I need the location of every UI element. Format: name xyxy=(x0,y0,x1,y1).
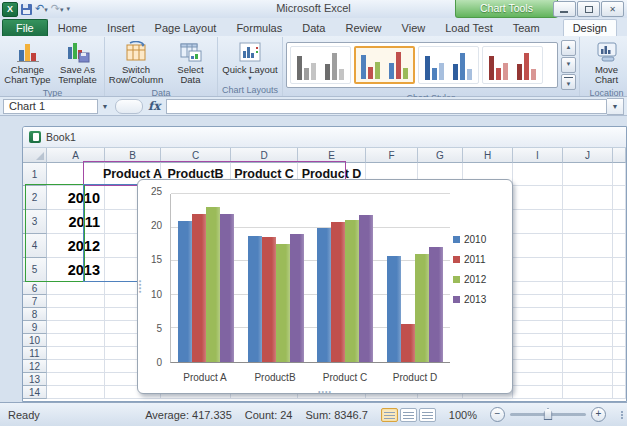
cell[interactable]: 2012 xyxy=(47,234,105,258)
tab-view[interactable]: View xyxy=(392,19,436,36)
formula-bar-expand-icon[interactable]: ▼ xyxy=(607,98,624,115)
cell[interactable] xyxy=(613,334,626,347)
legend-item-2013[interactable]: 2013 xyxy=(453,294,509,305)
cell[interactable] xyxy=(613,386,626,399)
cell[interactable] xyxy=(563,373,613,386)
page-break-view-icon[interactable] xyxy=(419,408,436,422)
cell[interactable] xyxy=(563,258,613,282)
restore-button[interactable] xyxy=(577,1,600,17)
name-box[interactable]: Chart 1 xyxy=(3,99,98,114)
row-header[interactable]: 9 xyxy=(23,321,47,334)
cell[interactable]: 2010 xyxy=(47,186,105,210)
row-header[interactable]: 3 xyxy=(23,210,47,234)
chart-resize-handle-bottom[interactable]: •••• xyxy=(318,390,332,394)
cell[interactable] xyxy=(613,308,626,321)
cell[interactable] xyxy=(47,282,105,295)
tab-page-layout[interactable]: Page Layout xyxy=(145,19,227,36)
cell[interactable] xyxy=(613,360,626,373)
row-header[interactable]: 14 xyxy=(23,386,47,399)
column-header[interactable]: A xyxy=(47,148,105,163)
bar-2011[interactable] xyxy=(192,214,206,362)
chart-plot-area[interactable] xyxy=(170,194,450,363)
column-header[interactable]: B xyxy=(105,148,161,163)
select-all-corner[interactable] xyxy=(23,148,47,163)
cell[interactable] xyxy=(613,163,626,186)
row-header[interactable]: 4 xyxy=(23,234,47,258)
cell[interactable] xyxy=(613,373,626,386)
row-header[interactable]: 7 xyxy=(23,295,47,308)
cell[interactable] xyxy=(563,334,613,347)
cell[interactable] xyxy=(613,282,626,295)
chart-resize-handle-left[interactable]: •••• xyxy=(138,280,142,294)
bar-2012[interactable] xyxy=(415,254,429,362)
cell[interactable] xyxy=(47,386,105,399)
cell[interactable] xyxy=(513,210,563,234)
cell[interactable] xyxy=(563,186,613,210)
cell[interactable] xyxy=(563,234,613,258)
column-header[interactable]: E xyxy=(298,148,366,163)
column-header[interactable]: C xyxy=(161,148,231,163)
move-chart-button[interactable]: Move Chart xyxy=(582,38,627,87)
page-layout-view-icon[interactable] xyxy=(400,408,417,422)
cell[interactable]: 2011 xyxy=(47,210,105,234)
cell[interactable] xyxy=(513,386,563,399)
gallery-scroll-down-icon[interactable]: ▼ xyxy=(561,57,576,73)
cell[interactable]: 2013 xyxy=(47,258,105,282)
cell[interactable] xyxy=(563,295,613,308)
tab-team[interactable]: Team xyxy=(503,19,550,36)
select-data-button[interactable]: Select Data xyxy=(166,38,215,87)
cell[interactable] xyxy=(513,334,563,347)
bar-2010[interactable] xyxy=(387,256,401,362)
chart-legend[interactable]: 2010201120122013 xyxy=(453,234,509,305)
row-header[interactable]: 5 xyxy=(23,258,47,282)
gallery-scroll-up-icon[interactable]: ▲ xyxy=(561,40,576,56)
zoom-slider-handle[interactable] xyxy=(544,408,553,420)
tab-design[interactable]: Design xyxy=(563,19,617,36)
resize-grip[interactable] xyxy=(621,411,623,419)
cell[interactable] xyxy=(47,360,105,373)
bar-2010[interactable] xyxy=(317,228,331,362)
gallery-more-icon[interactable]: ▼ xyxy=(561,74,576,90)
tab-review[interactable]: Review xyxy=(335,19,391,36)
cell[interactable] xyxy=(513,321,563,334)
cell[interactable] xyxy=(513,282,563,295)
row-header[interactable]: 1 xyxy=(23,163,47,186)
column-header[interactable]: F xyxy=(366,148,418,163)
tab-file[interactable]: File xyxy=(2,19,48,36)
chart-object[interactable]: 0510152025 Product AProductBProduct CPro… xyxy=(137,179,513,394)
legend-item-2012[interactable]: 2012 xyxy=(453,274,509,285)
cell[interactable] xyxy=(613,347,626,360)
row-header[interactable]: 10 xyxy=(23,334,47,347)
cell[interactable] xyxy=(513,258,563,282)
column-header[interactable]: J xyxy=(563,148,613,163)
cell[interactable] xyxy=(513,308,563,321)
tab-formulas[interactable]: Formulas xyxy=(226,19,292,36)
column-header[interactable]: I xyxy=(513,148,563,163)
cell[interactable] xyxy=(47,321,105,334)
tab-home[interactable]: Home xyxy=(48,19,97,36)
tab-data[interactable]: Data xyxy=(292,19,335,36)
minimize-button[interactable] xyxy=(553,1,576,17)
cell[interactable] xyxy=(47,163,105,186)
cell[interactable] xyxy=(47,334,105,347)
bar-2013[interactable] xyxy=(220,214,234,362)
bar-2011[interactable] xyxy=(262,237,276,362)
cell[interactable] xyxy=(613,258,626,282)
cell[interactable] xyxy=(563,386,613,399)
cell[interactable] xyxy=(47,347,105,360)
cell[interactable] xyxy=(563,360,613,373)
column-header[interactable]: H xyxy=(463,148,513,163)
quick-layout-button[interactable]: Quick Layout ▾ xyxy=(220,38,280,84)
bar-2011[interactable] xyxy=(331,222,345,362)
cell[interactable] xyxy=(563,347,613,360)
bar-2010[interactable] xyxy=(178,221,192,362)
bar-2012[interactable] xyxy=(276,244,290,362)
save-as-template-button[interactable]: Save As Template xyxy=(53,38,102,87)
switch-row-column-button[interactable]: Switch Row/Column xyxy=(107,38,165,87)
cell[interactable] xyxy=(513,360,563,373)
bar-2013[interactable] xyxy=(429,247,443,362)
formula-input[interactable] xyxy=(166,99,607,114)
chart-style-thumb-style-blue[interactable] xyxy=(418,46,479,84)
bar-2013[interactable] xyxy=(290,234,304,362)
row-header[interactable]: 11 xyxy=(23,347,47,360)
